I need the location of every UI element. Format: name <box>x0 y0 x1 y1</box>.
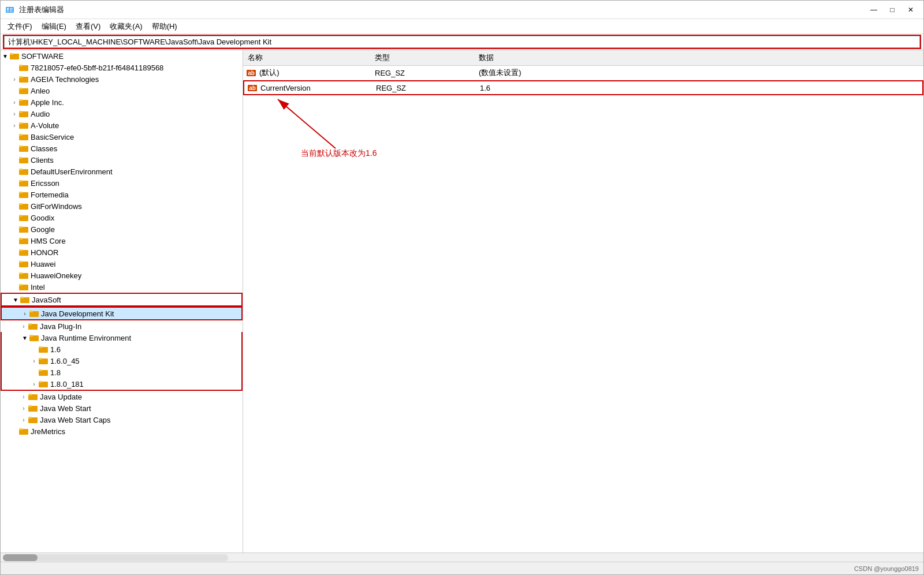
arrow-ericsson <box>10 178 19 188</box>
arrow-ageia: › <box>10 74 19 84</box>
address-input[interactable] <box>4 36 920 48</box>
folder-icon-intel <box>19 283 28 291</box>
svg-rect-1 <box>7 8 9 10</box>
tree-item-gitforwindows[interactable]: GitForWindows <box>1 200 243 212</box>
svg-rect-30 <box>19 180 23 182</box>
svg-rect-36 <box>19 215 23 216</box>
tree-item-huawei[interactable]: Huawei <box>1 258 243 270</box>
tree-item-software[interactable]: ▼ SOFTWARE <box>1 50 243 62</box>
svg-rect-44 <box>19 261 23 263</box>
label-18: 1.8 <box>50 368 61 377</box>
tree-item-ericsson[interactable]: Ericsson <box>1 177 243 189</box>
folder-icon-classes <box>19 144 28 152</box>
label-16: 1.6 <box>50 345 61 354</box>
menu-edit[interactable]: 编辑(E) <box>37 20 71 33</box>
arrow-jws: › <box>19 404 28 413</box>
tree-item-audio[interactable]: › Audio <box>1 108 243 120</box>
svg-rect-50 <box>20 297 24 298</box>
arrow-anleo <box>10 86 19 95</box>
label-audio: Audio <box>31 110 50 118</box>
tree-item-jdk[interactable]: › Java Development Kit <box>1 307 243 320</box>
horizontal-scrollbar[interactable] <box>1 552 923 562</box>
folder-icon-jwscaps <box>28 416 38 424</box>
tree-item-jre[interactable]: ▼ Java Runtime Environment <box>1 332 243 343</box>
tree-item-intel[interactable]: Intel <box>1 281 243 293</box>
value-name-cv: CurrentVersion <box>260 84 376 92</box>
tree-item-javasoft[interactable]: ▼ JavaSoft <box>1 293 243 307</box>
arrow-avolute: › <box>10 121 19 130</box>
arrow-huawei <box>10 259 19 268</box>
folder-icon-16 <box>39 345 48 353</box>
menu-favorites[interactable]: 收藏夹(A) <box>105 20 147 33</box>
menu-help[interactable]: 帮助(H) <box>147 20 182 33</box>
folder-icon-jremetrics <box>19 427 28 435</box>
folder-icon-honor <box>19 248 28 256</box>
value-type-default: REG_SZ <box>375 69 479 77</box>
folder-icon-apple <box>19 98 28 106</box>
svg-line-74 <box>278 99 336 148</box>
label-fortemedia: Fortemedia <box>31 191 69 199</box>
arrow-google <box>10 225 19 234</box>
tree-item-jws[interactable]: › Java Web Start <box>1 402 243 414</box>
minimize-button[interactable]: — <box>866 3 882 16</box>
menu-file[interactable]: 文件(F) <box>3 20 37 33</box>
arrow-180_181: › <box>29 379 39 389</box>
tree-item-jwscaps[interactable]: › Java Web Start Caps <box>1 414 243 425</box>
maximize-button[interactable]: □ <box>884 3 900 16</box>
title-bar-left: 注册表编辑器 <box>5 5 64 15</box>
arrow-jre: ▼ <box>20 333 29 342</box>
label-huaweionekey: HuaweiOnekey <box>31 271 81 280</box>
tree-item-avolute[interactable]: › A-Volute <box>1 120 243 131</box>
label-huawei: Huawei <box>31 260 55 268</box>
label-hmscore: HMS Core <box>31 237 66 245</box>
tree-item-javaplugin[interactable]: › Java Plug-In <box>1 320 243 332</box>
tree-item-classes[interactable]: Classes <box>1 143 243 154</box>
value-data-default: (数值未设置) <box>479 68 921 78</box>
tree-item-defaultuser[interactable]: DefaultUserEnvironment <box>1 166 243 177</box>
annotation-text: 当前默认版本改为1.6 <box>301 148 377 159</box>
tree-item-honor[interactable]: HONOR <box>1 247 243 258</box>
arrow-goodix <box>10 213 19 222</box>
folder-icon-gitforwindows <box>19 202 28 210</box>
label-guid: 78218057-efe0-5bff-b21f-f64841189568 <box>31 64 163 72</box>
tree-item-guid[interactable]: 78218057-efe0-5bff-b21f-f64841189568 <box>1 62 243 73</box>
main-content: ▼ SOFTWARE 78218057-efe0-5bff-b21f-f6484… <box>1 50 923 552</box>
tree-item-hmscore[interactable]: HMS Core <box>1 235 243 247</box>
svg-rect-16 <box>19 99 23 101</box>
tree-item-ageia[interactable]: › AGEIA Technologies <box>1 73 243 85</box>
label-basicservice: BasicService <box>31 133 74 141</box>
tree-item-clients[interactable]: Clients <box>1 154 243 166</box>
tree-item-apple[interactable]: › Apple Inc. <box>1 96 243 108</box>
tree-item-jremetrics[interactable]: JreMetrics <box>1 425 243 437</box>
svg-rect-62 <box>39 369 42 371</box>
menu-view[interactable]: 查看(V) <box>71 20 105 33</box>
detail-row-default[interactable]: ab (默认) REG_SZ (数值未设置) <box>243 66 923 80</box>
tree-item-huaweionekey[interactable]: HuaweiOnekey <box>1 270 243 281</box>
svg-rect-24 <box>19 145 23 147</box>
scrollbar-track <box>3 554 228 561</box>
tree-item-18[interactable]: 1.8 <box>1 367 243 378</box>
tree-item-goodix[interactable]: Goodix <box>1 212 243 223</box>
folder-icon-18 <box>39 368 48 376</box>
tree-item-160_45[interactable]: › 1.6.0_45 <box>1 355 243 367</box>
ab-text-default: ab <box>247 70 256 76</box>
registry-editor-window: 注册表编辑器 — □ ✕ 文件(F) 编辑(E) 查看(V) 收藏夹(A) 帮助… <box>0 0 924 575</box>
detail-row-currentversion[interactable]: ab CurrentVersion REG_SZ 1.6 <box>243 80 923 95</box>
label-gitforwindows: GitForWindows <box>31 202 82 211</box>
label-ericsson: Ericsson <box>31 179 59 188</box>
arrow-software: ▼ <box>1 51 10 61</box>
close-button[interactable]: ✕ <box>903 3 919 16</box>
arrow-javasoft: ▼ <box>11 295 20 304</box>
scrollbar-thumb[interactable] <box>3 554 38 561</box>
tree-item-fortemedia[interactable]: Fortemedia <box>1 189 243 200</box>
tree-item-16[interactable]: 1.6 <box>1 343 243 355</box>
svg-rect-32 <box>19 192 23 193</box>
tree-item-google[interactable]: Google <box>1 223 243 235</box>
svg-rect-3 <box>10 9 12 10</box>
svg-rect-60 <box>39 358 42 360</box>
tree-item-anleo[interactable]: Anleo <box>1 85 243 96</box>
tree-item-javaupdate[interactable]: › Java Update <box>1 391 243 402</box>
label-software: SOFTWARE <box>21 52 64 61</box>
tree-item-180_181[interactable]: › 1.8.0_181 <box>1 378 243 391</box>
tree-item-basicservice[interactable]: BasicService <box>1 131 243 143</box>
